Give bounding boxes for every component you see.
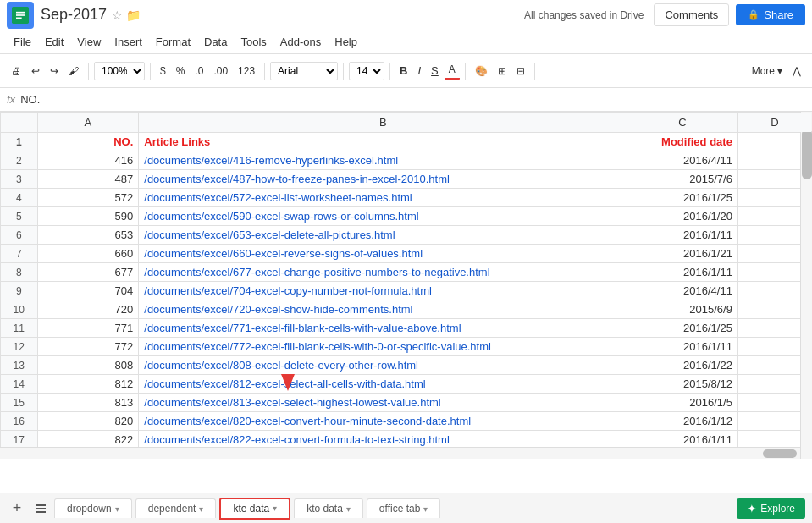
row-num-6[interactable]: 6	[1, 226, 38, 245]
h-scrollbar-thumb[interactable]	[763, 449, 797, 458]
bold-button[interactable]: B	[395, 62, 412, 80]
cell-a5[interactable]: 590	[37, 207, 139, 226]
currency-button[interactable]: $	[156, 63, 170, 80]
scrollbar-thumb[interactable]	[802, 129, 812, 179]
cell-c9[interactable]: 2016/4/11	[627, 282, 738, 300]
menu-file[interactable]: File	[7, 33, 38, 51]
undo-button[interactable]: ↩	[27, 63, 44, 80]
highlight-color-button[interactable]: 🎨	[471, 63, 492, 80]
add-sheet-button[interactable]: +	[7, 498, 27, 519]
sheet-list-button[interactable]	[30, 498, 51, 519]
redo-button[interactable]: ↪	[46, 63, 63, 80]
sheet-tab-dependent[interactable]: dependent ▾	[135, 498, 217, 518]
row-num-10[interactable]: 10	[1, 300, 38, 319]
cell-c16[interactable]: 2016/1/12	[627, 412, 738, 431]
cell-a6[interactable]: 653	[37, 226, 139, 245]
sheet-tab-dropdown[interactable]: dropdown ▾	[54, 498, 132, 518]
cell-a2[interactable]: 416	[37, 151, 139, 170]
collapse-toolbar-button[interactable]: ⋀	[788, 63, 805, 80]
comments-button[interactable]: Comments	[654, 3, 729, 26]
cell-a10[interactable]: 720	[37, 300, 139, 319]
menu-format[interactable]: Format	[149, 33, 197, 51]
row-num-15[interactable]: 15	[1, 394, 38, 412]
cell-b6[interactable]: /documents/excel/653-excel-delete-all-pi…	[139, 226, 627, 245]
row-num-11[interactable]: 11	[1, 319, 38, 338]
cell-a16[interactable]: 820	[37, 412, 139, 431]
borders-button[interactable]: ⊞	[494, 63, 511, 80]
decimal-inc-button[interactable]: .00	[209, 63, 232, 80]
row-num-2[interactable]: 2	[1, 151, 38, 170]
star-icon[interactable]: ☆	[112, 8, 123, 22]
cell-c15[interactable]: 2016/1/5	[627, 394, 738, 412]
cell-a11[interactable]: 771	[37, 319, 139, 338]
cell-a14[interactable]: 812	[37, 375, 139, 394]
row-num-1[interactable]: 1	[1, 133, 38, 151]
cell-b3[interactable]: /documents/excel/487-how-to-freeze-panes…	[139, 170, 627, 189]
horizontal-scrollbar[interactable]	[0, 447, 800, 459]
cell-b7[interactable]: /documents/excel/660-excel-reverse-signs…	[139, 245, 627, 263]
strikethrough-button[interactable]: S	[427, 62, 443, 80]
more-button[interactable]: More ▾	[748, 63, 787, 80]
cell-b13[interactable]: /documents/excel/808-excel-delete-every-…	[139, 356, 627, 375]
cell-a3[interactable]: 487	[37, 170, 139, 189]
font-size-select[interactable]: 14	[349, 62, 384, 80]
sheet-tab-kte-data[interactable]: kte data ▾	[219, 498, 290, 520]
col-header-c[interactable]: C	[627, 113, 738, 133]
row-num-13[interactable]: 13	[1, 356, 38, 375]
cell-c5[interactable]: 2016/1/20	[627, 207, 738, 226]
row-num-12[interactable]: 12	[1, 338, 38, 356]
paint-format-button[interactable]: 🖌	[64, 63, 83, 80]
cell-a8[interactable]: 677	[37, 263, 139, 282]
cell-b9[interactable]: /documents/excel/704-excel-copy-number-n…	[139, 282, 627, 300]
cell-c3[interactable]: 2015/7/6	[627, 170, 738, 189]
text-color-button[interactable]: A	[445, 61, 460, 80]
folder-icon[interactable]: 📁	[126, 8, 141, 22]
menu-tools[interactable]: Tools	[234, 33, 273, 51]
vertical-scrollbar[interactable]	[800, 112, 812, 459]
cell-b15[interactable]: /documents/excel/813-excel-select-highes…	[139, 394, 627, 412]
row-num-4[interactable]: 4	[1, 189, 38, 207]
cell-c8[interactable]: 2016/1/11	[627, 263, 738, 282]
menu-help[interactable]: Help	[328, 33, 364, 51]
cell-c6[interactable]: 2016/1/11	[627, 226, 738, 245]
row-num-7[interactable]: 7	[1, 245, 38, 263]
decimal-dec-button[interactable]: .0	[191, 63, 207, 80]
cell-c1[interactable]: Modified date	[627, 133, 738, 151]
menu-insert[interactable]: Insert	[108, 33, 149, 51]
menu-edit[interactable]: Edit	[38, 33, 70, 51]
row-num-3[interactable]: 3	[1, 170, 38, 189]
cell-c13[interactable]: 2016/1/22	[627, 356, 738, 375]
menu-view[interactable]: View	[70, 33, 108, 51]
font-family-select[interactable]: Arial	[270, 62, 338, 80]
cell-a1[interactable]: NO.	[37, 133, 139, 151]
cell-c10[interactable]: 2015/6/9	[627, 300, 738, 319]
menu-addons[interactable]: Add-ons	[273, 33, 328, 51]
cell-c12[interactable]: 2016/1/11	[627, 338, 738, 356]
cell-a4[interactable]: 572	[37, 189, 139, 207]
cell-a13[interactable]: 808	[37, 356, 139, 375]
percent-button[interactable]: %	[172, 63, 190, 80]
cell-a12[interactable]: 772	[37, 338, 139, 356]
format-123-button[interactable]: 123	[234, 63, 259, 80]
print-button[interactable]: 🖨	[7, 63, 25, 80]
italic-button[interactable]: I	[413, 62, 425, 80]
row-num-14[interactable]: 14	[1, 375, 38, 394]
share-button[interactable]: 🔒 Share	[736, 4, 805, 25]
menu-data[interactable]: Data	[197, 33, 234, 51]
cell-b2[interactable]: /documents/excel/416-remove-hyperlinks-e…	[139, 151, 627, 170]
cell-c4[interactable]: 2016/1/25	[627, 189, 738, 207]
cell-a9[interactable]: 704	[37, 282, 139, 300]
sheet-tab-office-tab[interactable]: office tab ▾	[367, 498, 440, 518]
cell-b11[interactable]: /documents/excel/771-excel-fill-blank-ce…	[139, 319, 627, 338]
cell-b8[interactable]: /documents/excel/677-excel-change-positi…	[139, 263, 627, 282]
cell-b10[interactable]: /documents/excel/720-excel-show-hide-com…	[139, 300, 627, 319]
sheet-tab-kto-data[interactable]: kto data ▾	[294, 498, 363, 518]
cell-b14[interactable]: /documents/excel/812-excel-select-all-ce…	[139, 375, 627, 394]
row-num-16[interactable]: 16	[1, 412, 38, 431]
merge-button[interactable]: ⊟	[512, 63, 529, 80]
cell-c14[interactable]: 2015/8/12	[627, 375, 738, 394]
col-header-a[interactable]: A	[37, 113, 139, 133]
cell-a7[interactable]: 660	[37, 245, 139, 263]
col-header-b[interactable]: B	[139, 113, 627, 133]
cell-a15[interactable]: 813	[37, 394, 139, 412]
